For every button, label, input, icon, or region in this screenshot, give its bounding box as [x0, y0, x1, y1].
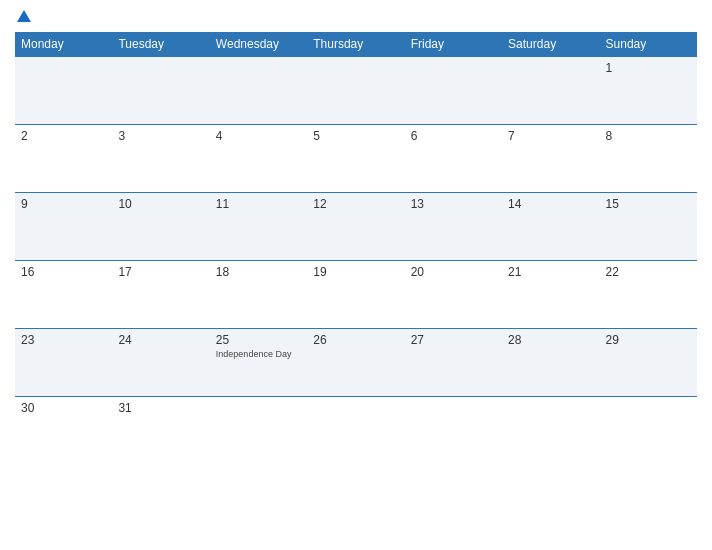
calendar-cell: 3	[112, 125, 209, 193]
header-thursday: Thursday	[307, 32, 404, 57]
calendar-cell: 11	[210, 193, 307, 261]
day-number: 31	[118, 401, 203, 415]
day-number: 7	[508, 129, 593, 143]
calendar-cell	[210, 397, 307, 465]
calendar-cell: 24	[112, 329, 209, 397]
calendar-cell: 21	[502, 261, 599, 329]
calendar-week-row: 232425Independence Day26272829	[15, 329, 697, 397]
day-number: 29	[606, 333, 691, 347]
calendar-header	[15, 10, 697, 24]
calendar-cell	[405, 397, 502, 465]
calendar-cell	[405, 57, 502, 125]
header-tuesday: Tuesday	[112, 32, 209, 57]
calendar-cell: 1	[600, 57, 697, 125]
day-number: 26	[313, 333, 398, 347]
day-number: 15	[606, 197, 691, 211]
weekday-header-row: Monday Tuesday Wednesday Thursday Friday…	[15, 32, 697, 57]
day-number: 25	[216, 333, 301, 347]
day-number: 2	[21, 129, 106, 143]
header-saturday: Saturday	[502, 32, 599, 57]
calendar-cell: 16	[15, 261, 112, 329]
day-number: 6	[411, 129, 496, 143]
day-number: 18	[216, 265, 301, 279]
calendar-cell	[502, 397, 599, 465]
calendar-cell: 28	[502, 329, 599, 397]
calendar-week-row: 3031	[15, 397, 697, 465]
calendar-cell: 30	[15, 397, 112, 465]
calendar-cell: 18	[210, 261, 307, 329]
day-number: 4	[216, 129, 301, 143]
day-number: 30	[21, 401, 106, 415]
day-number: 11	[216, 197, 301, 211]
calendar-cell: 5	[307, 125, 404, 193]
calendar-cell: 13	[405, 193, 502, 261]
calendar-cell: 31	[112, 397, 209, 465]
day-number: 22	[606, 265, 691, 279]
day-number: 17	[118, 265, 203, 279]
calendar-cell: 7	[502, 125, 599, 193]
calendar-cell: 12	[307, 193, 404, 261]
calendar-cell: 20	[405, 261, 502, 329]
calendar-cell: 25Independence Day	[210, 329, 307, 397]
day-number: 3	[118, 129, 203, 143]
calendar-week-row: 16171819202122	[15, 261, 697, 329]
header-wednesday: Wednesday	[210, 32, 307, 57]
day-number: 9	[21, 197, 106, 211]
calendar-cell: 26	[307, 329, 404, 397]
day-number: 27	[411, 333, 496, 347]
day-number: 28	[508, 333, 593, 347]
calendar-week-row: 9101112131415	[15, 193, 697, 261]
calendar-cell: 17	[112, 261, 209, 329]
calendar-cell: 9	[15, 193, 112, 261]
day-number: 24	[118, 333, 203, 347]
header-monday: Monday	[15, 32, 112, 57]
calendar-cell: 19	[307, 261, 404, 329]
calendar-cell	[502, 57, 599, 125]
calendar-cell	[307, 57, 404, 125]
day-number: 12	[313, 197, 398, 211]
calendar-cell: 4	[210, 125, 307, 193]
calendar-table: Monday Tuesday Wednesday Thursday Friday…	[15, 32, 697, 465]
day-number: 21	[508, 265, 593, 279]
header-friday: Friday	[405, 32, 502, 57]
day-number: 5	[313, 129, 398, 143]
calendar-cell: 14	[502, 193, 599, 261]
calendar-cell	[307, 397, 404, 465]
day-number: 1	[606, 61, 691, 75]
day-number: 20	[411, 265, 496, 279]
calendar-cell: 8	[600, 125, 697, 193]
logo-triangle-icon	[17, 10, 31, 22]
calendar-cell: 27	[405, 329, 502, 397]
calendar-cell: 22	[600, 261, 697, 329]
calendar-cell	[210, 57, 307, 125]
event-label: Independence Day	[216, 349, 301, 359]
calendar-cell: 10	[112, 193, 209, 261]
day-number: 23	[21, 333, 106, 347]
logo	[15, 10, 31, 24]
calendar-cell: 6	[405, 125, 502, 193]
calendar-cell	[600, 397, 697, 465]
day-number: 10	[118, 197, 203, 211]
day-number: 19	[313, 265, 398, 279]
calendar-week-row: 2345678	[15, 125, 697, 193]
day-number: 13	[411, 197, 496, 211]
calendar-cell: 29	[600, 329, 697, 397]
day-number: 16	[21, 265, 106, 279]
day-number: 8	[606, 129, 691, 143]
calendar-cell	[112, 57, 209, 125]
header-sunday: Sunday	[600, 32, 697, 57]
calendar-cell: 23	[15, 329, 112, 397]
calendar-week-row: 1	[15, 57, 697, 125]
calendar-cell: 15	[600, 193, 697, 261]
calendar-cell	[15, 57, 112, 125]
calendar-cell: 2	[15, 125, 112, 193]
day-number: 14	[508, 197, 593, 211]
